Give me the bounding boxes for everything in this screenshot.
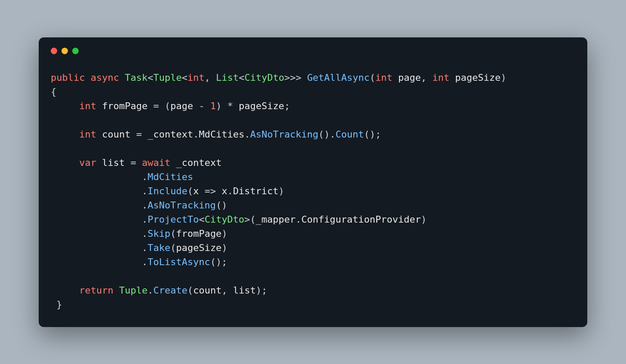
code-token: GetAllAsync — [307, 72, 370, 83]
code-token: Count — [335, 129, 364, 140]
code-token: . — [51, 257, 147, 267]
code-token: (). — [319, 129, 336, 140]
code-token: ) — [421, 214, 427, 225]
code-token: Create — [153, 285, 187, 296]
code-token: . — [51, 200, 147, 211]
code-token: = — [125, 157, 142, 168]
code-token: ( — [187, 186, 193, 196]
code-token — [393, 72, 398, 83]
code-token: _context — [147, 129, 193, 140]
code-window: public async Task<Tuple<int, List<CityDt… — [39, 37, 587, 327]
code-token: count — [193, 285, 221, 296]
code-token: var — [79, 157, 96, 168]
code-token — [170, 157, 176, 168]
code-token — [51, 129, 79, 140]
code-token: ) — [501, 72, 506, 83]
code-token: list — [233, 285, 256, 296]
code-token: ; — [284, 101, 290, 111]
code-token — [96, 129, 102, 140]
code-token: ( — [187, 285, 193, 296]
code-token: Include — [147, 186, 187, 196]
code-token: < — [199, 214, 204, 225]
code-token: int — [433, 72, 450, 83]
code-token: x — [221, 186, 227, 196]
code-token: Take — [147, 242, 170, 253]
code-token — [449, 72, 455, 83]
code-token — [51, 157, 79, 168]
minimize-icon[interactable] — [61, 48, 68, 54]
code-token: ( — [370, 72, 375, 83]
window-titlebar — [51, 48, 575, 54]
code-token: = — [130, 129, 147, 140]
code-token: Skip — [147, 228, 170, 239]
code-token: - — [193, 101, 210, 111]
code-token: . — [227, 186, 233, 196]
code-token: Tuple — [153, 72, 181, 83]
code-token: int — [79, 101, 96, 111]
code-token — [114, 285, 119, 296]
code-token: District — [233, 186, 279, 196]
code-token: MdCities — [199, 129, 244, 140]
code-token: . — [51, 242, 147, 253]
code-token: ToListAsync — [147, 257, 210, 267]
code-token: ) — [221, 228, 227, 239]
code-token: return — [79, 285, 113, 296]
code-token: } — [51, 299, 62, 310]
code-token: { — [51, 86, 56, 97]
code-token: => — [199, 186, 221, 196]
code-token: >( — [244, 214, 256, 225]
code-token — [85, 72, 90, 83]
code-token: >>> — [284, 72, 307, 83]
code-token — [96, 101, 102, 111]
code-token: . — [51, 186, 147, 196]
code-token: pageSize — [239, 101, 284, 111]
code-token: < — [182, 72, 187, 83]
code-token: list — [102, 157, 125, 168]
code-token: pageSize — [455, 72, 501, 83]
code-block: public async Task<Tuple<int, List<CityDt… — [51, 70, 575, 312]
code-token: int — [187, 72, 205, 83]
code-token: CityDto — [244, 72, 284, 83]
code-token: () — [216, 200, 227, 211]
code-token: pageSize — [176, 242, 221, 253]
code-token — [51, 101, 79, 111]
code-token: , — [421, 72, 433, 83]
code-token: _context — [176, 157, 221, 168]
code-token: x — [193, 186, 199, 196]
code-token: (); — [210, 257, 227, 267]
close-icon[interactable] — [51, 48, 57, 54]
code-token: . — [193, 129, 199, 140]
code-token: await — [142, 157, 170, 168]
code-token: AsNoTracking — [250, 129, 319, 140]
code-token: fromPage — [102, 101, 147, 111]
code-token: ) — [221, 242, 227, 253]
code-token: , — [205, 72, 216, 83]
code-token — [119, 72, 125, 83]
code-token: int — [375, 72, 393, 83]
code-token: ) — [279, 186, 284, 196]
code-token: ( — [170, 228, 176, 239]
code-token: count — [102, 129, 130, 140]
code-token: < — [147, 72, 153, 83]
code-token — [51, 285, 79, 296]
code-token: . — [244, 129, 250, 140]
code-token: 1 — [210, 101, 216, 111]
code-token: MdCities — [147, 171, 193, 182]
code-token: . — [147, 285, 153, 296]
code-token: ( — [170, 242, 176, 253]
code-token: Tuple — [119, 285, 147, 296]
code-token: List — [216, 72, 239, 83]
code-token: page — [398, 72, 421, 83]
maximize-icon[interactable] — [72, 48, 79, 54]
code-token — [96, 157, 102, 168]
code-token: ); — [256, 285, 267, 296]
code-token: async — [91, 72, 119, 83]
code-token: int — [79, 129, 96, 140]
code-token: fromPage — [176, 228, 221, 239]
code-token: CityDto — [205, 214, 245, 225]
code-token: page — [170, 101, 193, 111]
code-token: . — [296, 214, 301, 225]
code-token: . — [51, 214, 147, 225]
code-token: _mapper — [256, 214, 296, 225]
code-token: ) * — [216, 101, 239, 111]
